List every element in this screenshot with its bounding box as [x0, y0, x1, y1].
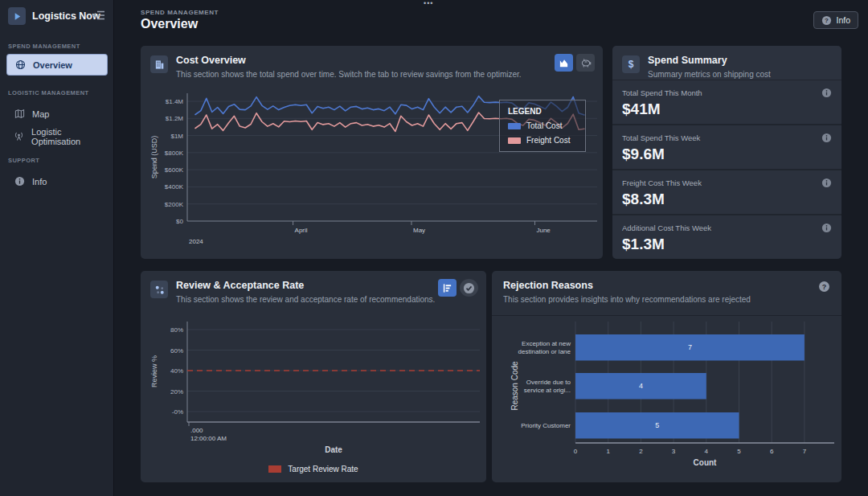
svg-text:$800K: $800K	[165, 150, 184, 157]
sidebar-item-info[interactable]: Info	[6, 170, 108, 192]
svg-text:$200K: $200K	[165, 201, 184, 208]
legend-label: Freight Cost	[526, 136, 570, 145]
svg-text:.000: .000	[190, 427, 203, 434]
metric-card-total-spend-month: Total Spend This Month $41M	[612, 80, 841, 124]
globe-icon	[14, 59, 26, 71]
metric-value: $8.3M	[622, 191, 665, 208]
savings-piggy-view-button[interactable]	[576, 54, 595, 72]
spend-summary-header: $ Spend Summary Summary metrics on shipp…	[612, 46, 841, 80]
metric-label: Additional Cost This Week	[622, 223, 711, 232]
sidebar-section-support: SUPPORT	[8, 157, 39, 164]
svg-text:Override due to: Override due to	[526, 379, 571, 386]
panel-subtitle: This section provides insights into why …	[503, 295, 751, 304]
sidebar-item-label: Map	[32, 109, 49, 119]
area-chart-view-button[interactable]	[555, 54, 573, 72]
svg-text:12:00:00 AM: 12:00:00 AM	[190, 435, 227, 442]
map-icon	[14, 109, 25, 120]
sidebar-section-spend-management: SPEND MANAGEMENT	[8, 43, 80, 50]
total-cost-swatch	[508, 123, 521, 129]
panel-subtitle: This section shows the review and accept…	[176, 295, 435, 304]
legend-label: Total Cost	[526, 121, 562, 130]
svg-text:$1.4M: $1.4M	[166, 98, 184, 105]
svg-text:Exception at new: Exception at new	[522, 340, 571, 347]
app-title: Logistics Now	[32, 10, 100, 22]
metric-cards: Total Spend This Month $41M Total Spend …	[612, 80, 841, 259]
question-icon[interactable]: ?	[818, 281, 830, 293]
svg-text:$400K: $400K	[165, 183, 184, 191]
piggy-bank-icon	[580, 58, 592, 68]
sidebar-item-label: Info	[32, 177, 47, 187]
overflow-dots[interactable]: •••	[424, 0, 433, 7]
svg-text:2: 2	[639, 448, 643, 455]
svg-text:7: 7	[803, 448, 807, 455]
scatter-icon	[150, 281, 168, 298]
sidebar-item-label: Overview	[33, 60, 72, 70]
svg-text:6: 6	[770, 448, 774, 455]
metric-card-additional-cost-week: Additional Cost This Week $1.3M	[612, 215, 841, 259]
panel-title: Spend Summary	[648, 55, 727, 66]
panel-subtitle: Summary metrics on shipping cost	[648, 70, 771, 79]
svg-text:?: ?	[822, 283, 827, 291]
question-icon: ?	[821, 15, 832, 26]
spend-summary-panel: $ Spend Summary Summary metrics on shipp…	[612, 46, 841, 259]
bar-list-view-button[interactable]	[438, 279, 457, 297]
svg-text:20%: 20%	[170, 388, 183, 396]
panel-title: Rejection Reasons	[503, 280, 593, 291]
svg-text:June: June	[536, 227, 551, 234]
svg-text:80%: 80%	[170, 326, 183, 334]
legend-label: Target Review Rate	[288, 465, 358, 473]
svg-text:60%: 60%	[170, 347, 183, 355]
page-title: Overview	[141, 17, 198, 31]
svg-text:destination or lane: destination or lane	[518, 348, 571, 355]
review-rate-chart: 80%60%40%20%-0%.00012:00:00 AMDateReview…	[141, 315, 486, 482]
metric-value: $9.6M	[622, 146, 665, 163]
check-view-button[interactable]	[460, 279, 478, 297]
legend-item-total-cost: Total Cost	[508, 121, 577, 130]
play-icon	[12, 11, 23, 22]
rejection-reasons-chart: 012345677Exception at newdestination or …	[492, 315, 841, 482]
bar-list-icon	[442, 283, 452, 293]
info-button-label: Info	[836, 15, 850, 25]
sidebar-item-map[interactable]: Map	[6, 103, 108, 125]
metric-value: $41M	[622, 100, 661, 118]
metric-label: Total Spend This Week	[622, 133, 700, 142]
info-icon[interactable]	[821, 178, 832, 188]
svg-text:?: ?	[825, 17, 829, 24]
cost-overview-panel: Cost Overview This section shows the tot…	[141, 46, 603, 259]
target-review-rate-swatch	[268, 465, 281, 473]
dollar-icon: $	[622, 55, 640, 73]
chart-legend: LEGEND Total Cost Freight Cost	[499, 100, 586, 152]
info-icon[interactable]	[821, 223, 832, 233]
svg-text:4: 4	[705, 448, 709, 455]
sidebar-section-logistic-management: LOGISTIC MANAGEMENT	[8, 89, 89, 96]
legend-item-freight-cost: Freight Cost	[508, 136, 577, 145]
svg-text:service at origi...: service at origi...	[524, 387, 571, 394]
svg-text:Priority Customer: Priority Customer	[521, 422, 571, 429]
sidebar-collapse-icon[interactable]	[92, 10, 107, 23]
svg-text:5: 5	[737, 448, 741, 455]
svg-text:2024: 2024	[189, 238, 203, 245]
metric-value: $1.3M	[622, 236, 665, 253]
svg-text:0: 0	[574, 448, 578, 455]
svg-text:-0%: -0%	[172, 408, 183, 416]
header-info-button[interactable]: ? Info	[813, 11, 858, 29]
svg-text:Spend (USD): Spend (USD)	[150, 136, 158, 179]
broadcast-icon	[14, 131, 24, 142]
sidebar-item-logistic-optimisation[interactable]: Logistic Optimisation	[6, 125, 108, 147]
panel-title: Cost Overview	[176, 55, 246, 66]
svg-text:May: May	[413, 227, 425, 234]
sidebar-item-overview[interactable]: Overview	[6, 54, 108, 76]
sidebar: Logistics Now SPEND MANAGEMENT Overview …	[0, 0, 114, 496]
rejection-reasons-panel: Rejection Reasons This section provides …	[492, 271, 841, 482]
svg-text:Review %: Review %	[150, 355, 158, 387]
info-icon[interactable]	[821, 88, 832, 98]
svg-text:5: 5	[655, 421, 659, 429]
svg-text:40%: 40%	[170, 367, 183, 375]
freight-cost-swatch	[508, 137, 521, 144]
sidebar-item-label: Logistic Optimisation	[31, 127, 108, 146]
building-icon	[150, 55, 168, 73]
metric-card-total-spend-week: Total Spend This Week $9.6M	[612, 125, 841, 169]
info-icon[interactable]	[821, 133, 832, 143]
panel-subtitle: This section shows the total spend over …	[176, 70, 522, 79]
svg-text:7: 7	[688, 343, 692, 351]
